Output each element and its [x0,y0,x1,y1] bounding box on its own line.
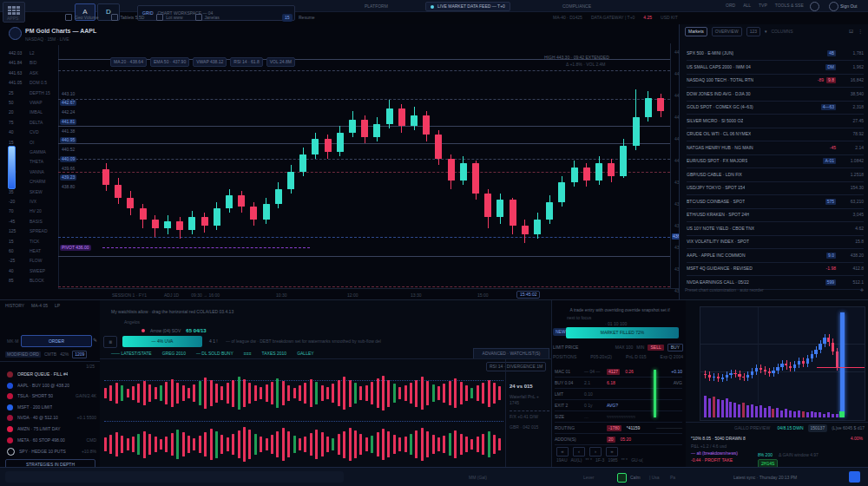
watchlist-tab-markets[interactable]: Markets [685,27,707,36]
top-link-ord[interactable]: ORD [726,3,735,9]
time-tick[interactable]: 15:00 [477,292,489,299]
signout-button[interactable]: Sign Out [840,3,857,10]
mini-strip-chip[interactable]: 150137 [808,424,828,432]
menu-icon[interactable]: ≣ [103,336,117,348]
ticket-row[interactable]: ROUTING-1780*41159—————— [555,423,682,434]
watchlist-row[interactable]: SPX 500 · E-MINI (JUN)4B1,781 [687,47,864,61]
top-link-tools & sse[interactable]: TOOLS & SSE [775,3,804,9]
order-type-input[interactable]: ORDER [21,335,92,347]
order-list-item[interactable]: META · 60 STOP 498.00CMD [7,437,96,443]
watchlist-row[interactable]: USD/JPY TOKYO · SPOT 154154.30 [687,181,864,195]
time-tick[interactable]: 10:30 [276,292,287,299]
toolbar-item-janelas[interactable]: Janelas [195,14,220,21]
watchlist-row[interactable]: US 10Y NOTE YIELD · CBOE TNX4.62 [687,222,864,236]
legend-chip[interactable]: VWAP 438.12 [193,57,227,67]
ticket-row[interactable]: MAC 01— 04 —41270.26+0.10 [555,366,682,378]
mini-chart[interactable] [700,306,865,421]
watchlist-settings-icon[interactable]: ⊡ [849,28,853,35]
watchlist-row[interactable]: AAPL · APPLE INC COMMON9.0438.20 [687,249,864,263]
mini-volume-bar [798,410,800,417]
ticket-row[interactable]: LMT0.10 [555,389,682,400]
order-list-item[interactable]: AAPL · BUY 100 @ 438.20 [7,383,96,389]
apps-menu-button[interactable]: APPS [3,2,25,23]
pin-icon[interactable]: ✛ [860,287,864,293]
pager-button[interactable]: › [589,447,602,456]
watchlist-row[interactable]: SILVER MICRO · SI 5000 OZ27.45 [687,115,864,128]
watchlist-row[interactable]: MSFT 4Q GUIDANCE · REVISED-1.98412.8 [687,262,864,276]
ticket-row[interactable]: ADDON(S)2005:20 [555,434,682,445]
order-list-item[interactable]: TSLA · SHORT 50GAIN/2.4K [7,393,96,399]
pencil-icon[interactable]: ✎ [93,337,97,344]
order-list-item[interactable]: AMZN · 75 LIMIT DAY [7,426,96,432]
columns-label[interactable]: COLUMNS [772,29,793,35]
market-filled-bar[interactable]: MARKET FILLED 72% [566,327,679,338]
watchlist-row[interactable]: GBP/USD CABLE · LDN FIX1.2518 [687,168,864,182]
status-t3[interactable]: Calm [630,475,641,481]
feed-icon[interactable] [617,473,627,483]
legend-chip[interactable]: EMA 50 · 437.90 [150,57,189,67]
depth-gauge[interactable] [8,146,16,189]
refresh-icon[interactable] [829,2,838,11]
ticket-col-header[interactable]: P05-20x(2) [590,354,612,360]
watchlist-row[interactable]: DOW JONES IND AVG · DJIA 3038,540 [687,88,864,102]
legend-chip[interactable]: MA 20 · 438.64 [110,57,147,67]
live-feed-pill[interactable]: LIVE MARKET DATA FEED — T+0 [425,2,510,11]
ticket-col-header[interactable]: PnL D 015 [626,354,646,360]
watchlist-row[interactable]: US SMALL CAPS 2000 · IWM 04DM1,962 [687,61,864,75]
ticket-row[interactable]: SIZE…≈≈≈≈≈≈≈≈≈≈≈≈ [555,411,682,423]
toolbar-item-lot-www[interactable]: Lot www [156,14,182,21]
scan-progress-bar[interactable]: — 4% UVA [122,336,202,347]
ticket-col-header[interactable]: Exp Q 2004 [661,354,683,360]
watchlist-row[interactable]: GOLD SPOT · COMEX GC (4–63)4—632,318 [687,101,864,115]
time-current-chip[interactable]: 15:45:02 [516,291,540,299]
orders-tab[interactable]: LP [55,303,60,309]
top-link-all[interactable]: ALL [743,3,751,9]
kebab-menu-icon[interactable]: ⋮ [858,28,863,35]
top-link-tvp[interactable]: TVP [759,3,767,9]
time-axis[interactable]: SESSION 1 · FY1ADJ 1D09:30 → 16:0010:301… [58,288,694,300]
ticket-ctrl[interactable]: MAX 100 [615,345,634,351]
legend-chip[interactable]: RSI 14 · 61.8 [230,57,262,67]
order-list-item[interactable]: SPY · HEDGE 10 PUTS+10.8% [7,448,96,456]
ticket-row[interactable]: EXIT 20 1yAVG? [555,400,682,411]
legend-chip[interactable]: VOL 24.8M [266,57,295,67]
time-tick[interactable]: 12:00 [347,292,358,299]
toolbar-item-tablets-5-5d[interactable]: Tablets 5.5D [111,14,145,21]
time-tick[interactable]: 13:30 [411,292,422,299]
symbol-avatar-icon[interactable] [9,27,22,40]
watchlist-row[interactable]: BTC/USD COINBASE · SPOT57563,210 [687,195,864,209]
chevron-down-icon[interactable]: ▾ [765,29,767,35]
order-list-item[interactable]: ORDER QUEUE · FILL #4 [7,371,96,378]
order-list-item[interactable]: NVDA · 40 @ 512.10+0.1 5500 [7,415,96,421]
orders-tab[interactable]: HISTORY [5,303,24,309]
order-list-item[interactable]: MSFT · 200 LIMIT [7,404,96,410]
layout-icon[interactable] [849,471,860,483]
watchlist-view-button[interactable]: OVERVIEW [712,27,742,36]
watchlist-row[interactable]: ETH/USD KRAKEN · SPOT 24H3,045 [687,208,864,222]
watchlist-row[interactable]: VIX VOLATILITY INDEX · SPOT15.8 [687,235,864,249]
ticket-c2: 0.10 [584,391,602,397]
pager-button[interactable]: » [606,447,618,456]
watchlist-row[interactable]: EUR/USD SPOT · FX MAJORSA-011.0842 [687,154,864,168]
watchlist-row[interactable]: NATGAS HENRY HUB · NG MAIN-452.14 [687,141,864,155]
ticket-ctrl[interactable]: MIN [636,345,644,351]
pager-button[interactable]: « [556,447,569,456]
toolbar-item-geo-volume[interactable]: Geo Volume [65,14,99,21]
symbol-title[interactable]: PM Gold Charts — AAPL [25,27,96,35]
ticket-row[interactable]: BUY 0.042.16.18AVG [555,378,682,389]
watchlist-value: 27.45 [841,118,864,124]
main-chart[interactable]: MA 20 · 438.64EMA 50 · 437.90VWAP 438.12… [58,43,670,288]
ticket-col-header[interactable]: POSITIONS [553,354,576,360]
orders-tab[interactable]: MA-4 05 [31,303,48,309]
watchlist-row[interactable]: CRUDE OIL WTI · CL 06 NYMEX78.92 [687,128,864,141]
watchlist-columns-count[interactable]: 123 [746,27,760,36]
status-left-bar[interactable] [5,471,344,483]
globe-icon[interactable] [810,2,819,11]
pager-button[interactable]: ‹ [573,447,585,456]
buy-button[interactable]: BUY [667,344,683,351]
resume-button[interactable]: Resume [299,15,315,21]
watchlist-row[interactable]: NASDAQ 100 TECH · TOTAL RTN-899.816,842 [687,74,864,88]
sell-button[interactable]: SELL [648,345,663,351]
toolbar-count-chip[interactable]: 15 [282,14,293,22]
scale-label: LIMIT PRICE [553,345,578,351]
